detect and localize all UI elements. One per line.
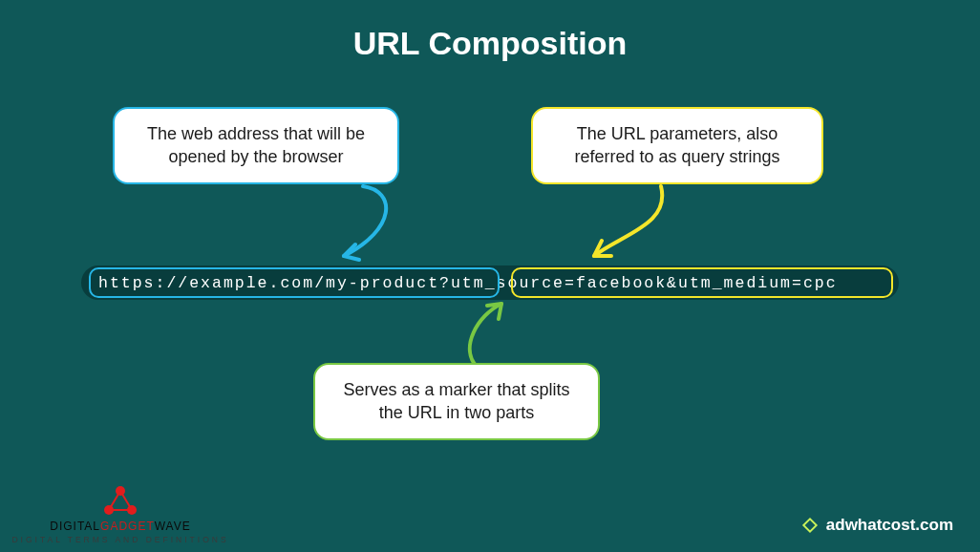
brand-adwhatcost-text: adwhatcost.com (826, 516, 953, 535)
brand-adwhatcost: adwhatcost.com (801, 516, 953, 535)
brand-left-highlight: GADGET (100, 520, 155, 533)
callout-url-params: The URL parameters, also referred to as … (531, 107, 823, 184)
url-segment-query: utm_source=facebook&utm_medium=cpc (451, 274, 838, 292)
brand-digitalgadgetwave: DIGITALGADGETWAVE DIGITAL TERMS AND DEFI… (6, 485, 235, 544)
callout-marker: Serves as a marker that splits the URL i… (313, 363, 600, 440)
arrow-yellow (565, 181, 680, 277)
arrow-green (449, 296, 564, 372)
brand-left-logo-icon (6, 485, 235, 518)
brand-left-tagline: DIGITAL TERMS AND DEFINITIONS (6, 535, 235, 544)
arrow-blue (306, 181, 420, 277)
brand-left-suffix: WAVE (155, 520, 191, 533)
brand-left-name: DIGITALGADGETWAVE (6, 520, 235, 533)
slide: URL Composition The web address that wil… (0, 0, 980, 552)
url-segment-qmark: ? (439, 274, 451, 292)
callout-web-address: The web address that will be opened by t… (113, 107, 399, 184)
callout-marker-text: Serves as a marker that splits the URL i… (343, 380, 569, 422)
callout-web-address-text: The web address that will be opened by t… (147, 124, 365, 166)
svg-line-4 (120, 491, 132, 510)
brand-logo-icon (801, 517, 819, 534)
svg-line-3 (109, 491, 120, 510)
url-bar: https://example.com/my-product?utm_sourc… (81, 265, 899, 300)
brand-left-prefix: DIGITAL (50, 520, 100, 533)
url-segment-path: https://example.com/my-product (98, 274, 439, 292)
callout-url-params-text: The URL parameters, also referred to as … (574, 124, 779, 166)
url-text: https://example.com/my-product?utm_sourc… (98, 265, 838, 300)
page-title: URL Composition (0, 25, 980, 62)
